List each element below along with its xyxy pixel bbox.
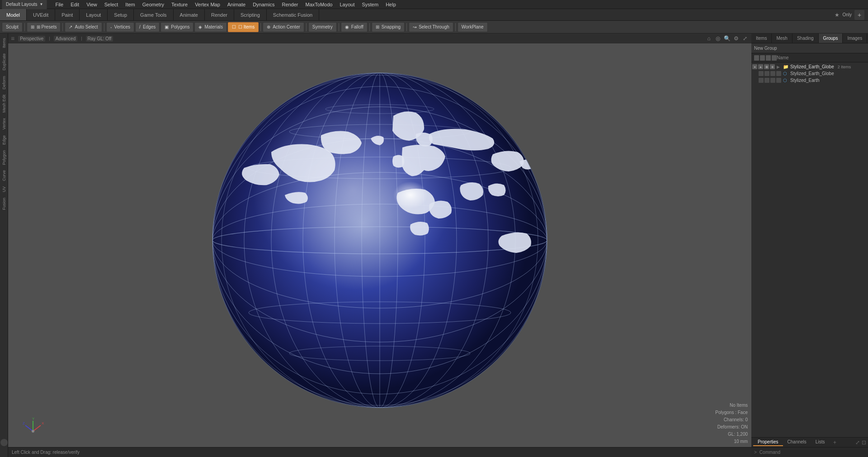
sidebar-item-polygon[interactable]: Polygon xyxy=(1,148,7,168)
mode-tab-animate[interactable]: Animate xyxy=(174,9,205,20)
sidebar-item-mesh-edit[interactable]: Mesh Edit xyxy=(1,92,7,115)
group-icon-3[interactable]: ◉ xyxy=(764,64,769,69)
tree-item-icons-0 xyxy=(759,71,781,76)
menu-item-texture[interactable]: Texture xyxy=(168,1,191,8)
star-icon: ★ xyxy=(835,12,840,18)
menu-item-vertex-map[interactable]: Vertex Map xyxy=(191,1,224,8)
axis-gizmo-svg: X Y Z xyxy=(22,415,44,438)
materials-button[interactable]: ◈Materials xyxy=(194,22,227,32)
polygons-button[interactable]: ▣Polygons xyxy=(160,22,193,32)
svg-text:X: X xyxy=(42,421,44,425)
menu-item-dynamics[interactable]: Dynamics xyxy=(249,1,278,8)
mode-tab-layout[interactable]: Layout xyxy=(80,9,108,20)
right-panel-tab-groups[interactable]: Groups xyxy=(819,33,843,43)
item-mesh-icon-1: ⬡ xyxy=(783,78,787,83)
group-lock-icon[interactable]: ▲ xyxy=(758,64,763,69)
panel-icon-2[interactable]: ⊡ xyxy=(862,439,866,446)
mode-tab-schematic-fusion[interactable]: Schematic Fusion xyxy=(267,9,319,20)
svg-point-26 xyxy=(32,430,34,433)
tree-item-0[interactable]: ⬡ Stylized_Earth_Globe xyxy=(751,70,868,77)
menu-item-help[interactable]: Help xyxy=(382,1,400,8)
render-mode-button[interactable]: Ray GL: Off xyxy=(86,36,113,42)
mode-tab-paint[interactable]: Paint xyxy=(55,9,80,20)
group-eye-icon[interactable]: ● xyxy=(752,64,757,69)
panel-expand-icon[interactable]: ⤢ xyxy=(855,439,860,446)
mode-tab-uvedit[interactable]: UVEdit xyxy=(27,9,55,20)
mode-tab-model[interactable]: Model xyxy=(0,9,27,20)
menu-item-file[interactable]: File xyxy=(52,1,67,8)
right-panel-tab-mesh[interactable]: Mesh xyxy=(772,33,792,43)
right-panel-tab-shading[interactable]: Shading xyxy=(793,33,819,43)
item-icon-1 xyxy=(759,71,764,76)
menu-item-render[interactable]: Render xyxy=(278,1,302,8)
viewport-icon-home[interactable]: ⌂ xyxy=(705,35,712,42)
menu-item-system[interactable]: System xyxy=(358,1,382,8)
mode-tab-setup[interactable]: Setup xyxy=(108,9,134,20)
symmetry-button[interactable]: Symmetry xyxy=(308,22,337,32)
mode-tab-game-tools[interactable]: Game Tools xyxy=(134,9,174,20)
sidebar-item-curve[interactable]: Curve xyxy=(1,167,7,184)
bottom-tab-lists[interactable]: Lists xyxy=(811,438,830,446)
mode-tab-render[interactable]: Render xyxy=(205,9,234,20)
menu-item-layout[interactable]: Layout xyxy=(336,1,358,8)
sidebar-item-edge[interactable]: Edge xyxy=(1,133,7,148)
right-panel-tab-items[interactable]: Items xyxy=(751,33,772,43)
sidebar-item-uv[interactable]: UV xyxy=(1,184,7,195)
tree-group-row[interactable]: ● ▲ ◉ ◈ ▶ 📁 Stylized_Earth_Globe 2 Items xyxy=(751,63,868,70)
action-center-button[interactable]: ⊕Action Center xyxy=(263,22,304,32)
viewport-icon-settings[interactable]: ⚙ xyxy=(732,35,740,42)
bottom-panel-actions: ⤢ ⊡ xyxy=(855,439,866,446)
bottom-tab-channels[interactable]: Channels xyxy=(783,438,811,446)
mode-tab-bar: ModelUVEditPaintLayoutSetupGame ToolsAni… xyxy=(0,9,868,21)
add-panel-tab-button[interactable]: + xyxy=(831,439,838,446)
mode-tab-scripting[interactable]: Scripting xyxy=(234,9,267,20)
menu-item-geometry[interactable]: Geometry xyxy=(139,1,168,8)
work-plane-button[interactable]: WorkPlane xyxy=(458,22,488,32)
sidebar-item-deform[interactable]: Deform xyxy=(1,73,7,92)
sidebar-bottom-icon[interactable] xyxy=(0,439,8,446)
group-name: Stylized_Earth_Globe xyxy=(790,64,834,69)
menu-item-select[interactable]: Select xyxy=(101,1,122,8)
command-input[interactable] xyxy=(760,450,865,455)
viewport-icon-expand[interactable]: ⤢ xyxy=(741,35,749,42)
vertices-button[interactable]: ·Vertices xyxy=(106,22,134,32)
presets-button[interactable]: ⊞⊞ Presets xyxy=(27,22,61,32)
select-through-button[interactable]: ↝Select Through xyxy=(409,22,453,32)
viewport-icon-search[interactable]: 🔍 xyxy=(723,35,731,42)
menu-item-edit[interactable]: Edit xyxy=(67,1,83,8)
snapping-button[interactable]: ⊞Snapping xyxy=(372,22,405,32)
group-icon-4[interactable]: ◈ xyxy=(770,64,775,69)
perspective-button[interactable]: Perspective xyxy=(18,36,45,42)
sidebar-item-items[interactable]: Items xyxy=(1,35,7,51)
items-tree[interactable]: ● ▲ ◉ ◈ ▶ 📁 Stylized_Earth_Globe 2 Items… xyxy=(751,62,868,437)
menu-item-view[interactable]: View xyxy=(83,1,101,8)
sidebar-item-duplicate[interactable]: Duplicate xyxy=(1,51,7,73)
items-button[interactable]: ☐☐ Items xyxy=(228,22,259,32)
style-button[interactable]: Advanced xyxy=(54,36,77,42)
layout-dropdown[interactable]: Default Layouts ▼ xyxy=(2,0,47,10)
tree-item-1[interactable]: ⬡ Stylized_Earth xyxy=(751,77,868,84)
sidebar-item-fusion[interactable]: Fusion xyxy=(1,195,7,213)
viewport[interactable]: ≡ Perspective | Advanced | Ray GL: Off ⌂… xyxy=(8,33,751,447)
command-prompt: > xyxy=(754,450,757,455)
menu-item-item[interactable]: Item xyxy=(122,1,138,8)
separator xyxy=(455,23,456,31)
viewport-menu-icon[interactable]: ≡ xyxy=(11,35,14,42)
add-tab-button[interactable]: + xyxy=(854,10,864,20)
item-icon-2 xyxy=(764,78,769,83)
menu-item-maxtomodo[interactable]: MaxToModo xyxy=(302,1,336,8)
sculpt-button[interactable]: Sculpt xyxy=(2,22,23,32)
right-panel: ItemsMeshShadingGroupsImages New Group N… xyxy=(751,33,868,457)
viewport-icon-camera[interactable]: ◎ xyxy=(714,35,722,42)
right-panel-tab-images[interactable]: Images xyxy=(843,33,867,43)
sidebar-item-vertex[interactable]: Vertex xyxy=(1,115,7,133)
edges-button[interactable]: /Edges xyxy=(135,22,160,32)
bottom-tab-properties[interactable]: Properties xyxy=(753,438,783,446)
right-panel-header: New Group xyxy=(751,43,868,53)
toolbar: Sculpt ⊞⊞ Presets ↗Auto Select ·Vertices… xyxy=(0,21,868,33)
group-triangle: ▶ xyxy=(777,65,780,69)
right-panel-tabs: ItemsMeshShadingGroupsImages xyxy=(751,33,868,43)
falloff-button[interactable]: ◉Falloff xyxy=(341,22,368,32)
auto-select-button[interactable]: ↗Auto Select xyxy=(65,22,102,32)
menu-item-animate[interactable]: Animate xyxy=(224,1,249,8)
